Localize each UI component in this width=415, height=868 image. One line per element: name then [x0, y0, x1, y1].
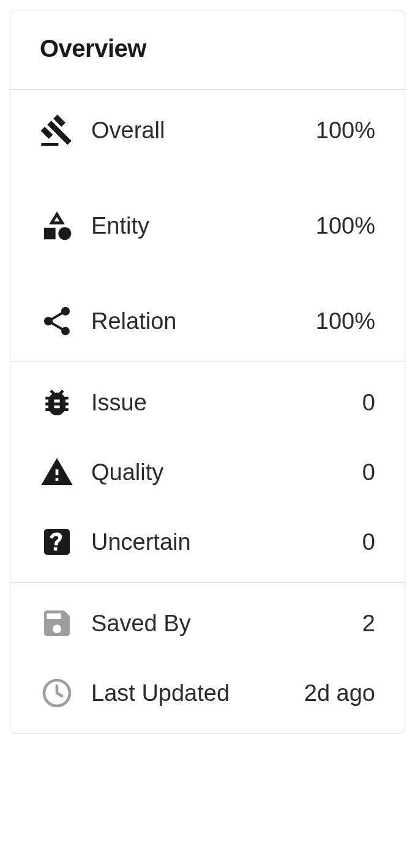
meta-section: Saved By 2 Last Updated 2d ago	[10, 583, 405, 733]
relation-label: Relation	[91, 308, 299, 335]
issue-label: Issue	[91, 390, 345, 416]
clock-icon	[40, 676, 74, 710]
lastupdated-value: 2d ago	[304, 680, 375, 707]
lastupdated-label: Last Updated	[91, 680, 287, 707]
quality-row: Quality 0	[40, 455, 375, 489]
question-icon	[40, 525, 74, 559]
share-icon	[40, 304, 74, 338]
overall-label: Overall	[91, 117, 299, 144]
overall-row: Overall 100%	[40, 113, 375, 147]
gavel-icon	[40, 113, 74, 147]
shapes-icon	[40, 209, 74, 243]
issue-value: 0	[362, 390, 375, 416]
lastupdated-row: Last Updated 2d ago	[40, 676, 375, 710]
overview-card: Overview Overall 100% Entity 100%	[10, 10, 405, 734]
savedby-label: Saved By	[91, 610, 345, 637]
entity-row: Entity 100%	[40, 209, 375, 243]
uncertain-label: Uncertain	[91, 529, 345, 555]
relation-row: Relation 100%	[40, 304, 375, 338]
bug-icon	[40, 385, 74, 420]
save-icon	[40, 606, 74, 640]
metrics-section: Overall 100% Entity 100% Relation 100%	[10, 90, 405, 362]
uncertain-row: Uncertain 0	[40, 525, 375, 559]
uncertain-value: 0	[362, 529, 375, 555]
entity-value: 100%	[316, 213, 375, 239]
card-title: Overview	[40, 35, 375, 62]
counts-section: Issue 0 Quality 0 Uncertain 0	[10, 362, 405, 583]
quality-label: Quality	[91, 459, 345, 486]
quality-value: 0	[362, 459, 375, 486]
overall-value: 100%	[316, 117, 375, 144]
savedby-row: Saved By 2	[40, 606, 375, 640]
entity-label: Entity	[91, 213, 299, 239]
savedby-value: 2	[362, 610, 375, 637]
warning-icon	[40, 455, 74, 489]
issue-row: Issue 0	[40, 385, 375, 420]
card-header: Overview	[10, 10, 405, 90]
relation-value: 100%	[316, 308, 375, 335]
